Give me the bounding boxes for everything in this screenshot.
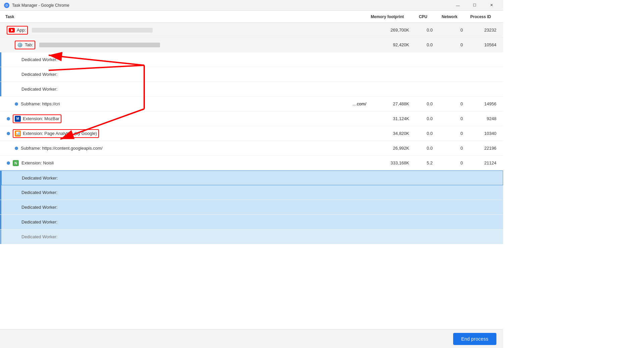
- row-memory: 92,420K: [369, 42, 416, 47]
- svg-point-2: [6, 5, 7, 6]
- task-label-moz: Extension: MozBar: [23, 116, 59, 121]
- app-title-bar: [32, 28, 153, 33]
- youtube-icon: [9, 27, 15, 33]
- row-task-ga[interactable]: 📊 Extension: Page Analytics (by Google): [1, 129, 369, 138]
- task-label-suffix: …com/: [353, 101, 366, 106]
- close-button[interactable]: ✕: [484, 0, 499, 11]
- bullet-icon: [7, 117, 10, 120]
- row-task-dw6[interactable]: Dedicated Worker:: [1, 205, 369, 210]
- row-network: 0: [439, 42, 470, 47]
- row-cpu: 5.2: [416, 160, 439, 165]
- table-row[interactable]: 📊 Extension: Page Analytics (by Google) …: [0, 126, 503, 141]
- table-row[interactable]: Subframe: https://cri …com/ 27,488K 0.0 …: [0, 97, 503, 111]
- task-label: Subframe: https://content.googleapis.com…: [21, 146, 366, 151]
- row-memory: 26,992K: [369, 146, 416, 151]
- column-task[interactable]: Task: [0, 14, 364, 19]
- row-memory: 333,168K: [369, 160, 416, 165]
- row-network: 0: [439, 116, 470, 121]
- row-pid: 10564: [470, 42, 503, 47]
- task-label: Dedicated Worker:: [21, 234, 366, 239]
- row-network: 0: [439, 160, 470, 165]
- table-body[interactable]: App: 269,700K 0.0 0 23232 ⚙️ Tab:: [0, 23, 503, 329]
- table-row[interactable]: Dedicated Worker:: [0, 82, 503, 97]
- column-network[interactable]: Network: [434, 14, 464, 19]
- table-row[interactable]: Dedicated Worker:: [0, 67, 503, 82]
- annotation-box-moz: M Extension: MozBar: [13, 114, 61, 123]
- row-network: 0: [439, 131, 470, 136]
- tab-spinner-icon: ⚙️: [17, 42, 23, 48]
- table-row[interactable]: App: 269,700K 0.0 0 23232: [0, 23, 503, 38]
- bullet-icon: [7, 161, 10, 165]
- row-pid: 22196: [470, 146, 503, 151]
- column-memory[interactable]: Memory footprint: [364, 14, 411, 19]
- ga-icon: 📊: [15, 131, 21, 137]
- end-process-button[interactable]: End process: [453, 333, 496, 345]
- task-label: Dedicated Worker:: [21, 219, 366, 225]
- task-label-ga: Extension: Page Analytics (by Google): [23, 131, 97, 136]
- row-cpu: 0.0: [416, 116, 439, 121]
- bottom-bar: End process: [0, 329, 503, 348]
- row-pid: 14956: [470, 101, 503, 106]
- row-task-app[interactable]: App:: [1, 26, 369, 35]
- table-row[interactable]: N Extension: Noisli 333,168K 5.2 0 21124: [0, 156, 503, 170]
- table-row[interactable]: Dedicated Worker:: [0, 185, 503, 200]
- table-row[interactable]: Dedicated Worker:: [0, 200, 503, 215]
- row-task-moz[interactable]: M Extension: MozBar: [1, 114, 369, 123]
- row-network: 0: [439, 28, 470, 33]
- row-cpu: 0.0: [416, 101, 439, 106]
- table-row[interactable]: Dedicated Worker:: [0, 170, 503, 185]
- table-row[interactable]: Dedicated Worker:: [0, 215, 503, 230]
- table-header: Task Memory footprint CPU Network Proces…: [0, 11, 503, 23]
- tab-title-bar: [39, 43, 160, 47]
- row-task-dw2[interactable]: Dedicated Worker:: [1, 72, 369, 77]
- annotation-box-tab: ⚙️ Tab:: [15, 41, 35, 49]
- noisli-icon: N: [13, 160, 19, 166]
- task-label: Dedicated Worker:: [21, 190, 366, 195]
- annotation-box-app: App:: [7, 26, 28, 35]
- table-row[interactable]: Subframe: https://content.googleapis.com…: [0, 141, 503, 156]
- task-label-noisli: Extension: Noisli: [21, 160, 366, 165]
- row-task-subframe2[interactable]: Subframe: https://content.googleapis.com…: [1, 146, 369, 151]
- row-memory: 269,700K: [369, 28, 416, 33]
- row-task-dw1[interactable]: Dedicated Worker:: [1, 57, 369, 62]
- row-task-subframe1[interactable]: Subframe: https://cri …com/: [1, 101, 369, 106]
- task-table-wrapper: Task Memory footprint CPU Network Proces…: [0, 11, 503, 329]
- task-label: Dedicated Worker:: [21, 72, 366, 77]
- row-network: 0: [439, 146, 470, 151]
- column-pid[interactable]: Process ID: [464, 14, 498, 19]
- maximize-button[interactable]: ☐: [467, 0, 482, 11]
- row-task-dw4[interactable]: Dedicated Worker:: [2, 176, 263, 181]
- bullet-icon: [7, 132, 10, 135]
- row-task-tab[interactable]: ⚙️ Tab:: [1, 41, 369, 49]
- row-pid: 21124: [470, 160, 503, 165]
- row-pid: 10340: [470, 131, 503, 136]
- window-title: Task Manager - Google Chrome: [12, 3, 450, 8]
- row-task-dw8[interactable]: Dedicated Worker:: [1, 234, 369, 239]
- row-task-dw5[interactable]: Dedicated Worker:: [1, 190, 369, 195]
- column-cpu[interactable]: CPU: [411, 14, 434, 19]
- task-label-app: App:: [17, 28, 26, 33]
- row-task-dw7[interactable]: Dedicated Worker:: [1, 219, 369, 225]
- task-label: Subframe: https://cri: [21, 101, 350, 106]
- table-row[interactable]: Dedicated Worker:: [0, 52, 503, 67]
- table-row[interactable]: Dedicated Worker:: [0, 230, 503, 244]
- table-row[interactable]: M Extension: MozBar 31,124K 0.0 0 9248: [0, 111, 503, 126]
- row-cpu: 0.0: [416, 131, 439, 136]
- bullet-icon: [15, 147, 18, 150]
- annotation-box-ga: 📊 Extension: Page Analytics (by Google): [13, 129, 99, 138]
- main-content: Task Memory footprint CPU Network Proces…: [0, 11, 503, 348]
- table-row[interactable]: ⚙️ Tab: 92,420K 0.0 0 10564: [0, 38, 503, 52]
- row-pid: 9248: [470, 116, 503, 121]
- task-label: Dedicated Worker:: [21, 57, 366, 62]
- task-label-tab: Tab:: [25, 42, 33, 47]
- row-cpu: 0.0: [416, 42, 439, 47]
- row-task-noisli[interactable]: N Extension: Noisli: [1, 160, 369, 166]
- row-task-dw3[interactable]: Dedicated Worker:: [1, 87, 369, 92]
- row-cpu: 0.0: [416, 28, 439, 33]
- chrome-icon: [4, 3, 9, 8]
- row-memory: 34,820K: [369, 131, 416, 136]
- task-label: Dedicated Worker:: [21, 205, 366, 210]
- minimize-button[interactable]: —: [450, 0, 466, 11]
- row-network: 0: [439, 101, 470, 106]
- moz-icon: M: [15, 116, 21, 122]
